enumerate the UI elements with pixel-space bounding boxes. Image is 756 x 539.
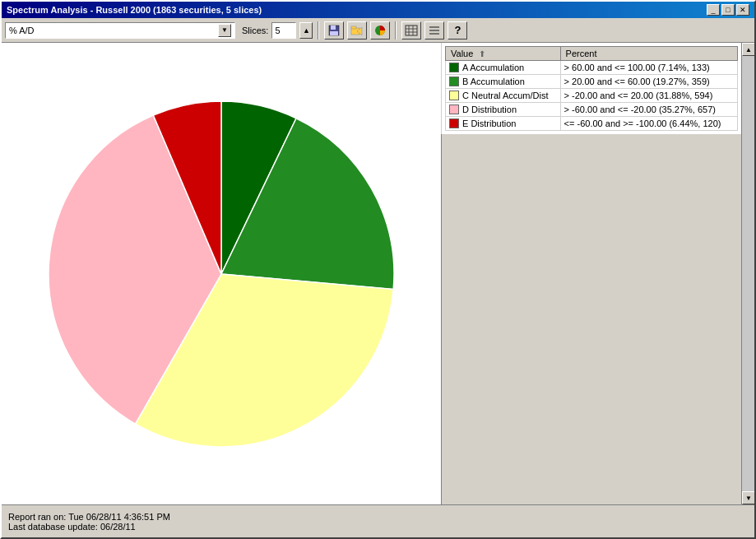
title-bar: Spectrum Analysis - Russell 2000 (1863 s… <box>2 2 754 18</box>
pie-chart-icon <box>373 24 387 37</box>
sort-icon: ⬆ <box>479 49 485 58</box>
list-icon <box>428 24 441 37</box>
legend-label-text: C Neutral Accum/Dist <box>462 91 549 100</box>
scroll-up-icon: ▲ <box>745 46 752 53</box>
window-title: Spectrum Analysis - Russell 2000 (1863 s… <box>7 5 262 15</box>
vertical-scrollbar: ▲ ▼ <box>741 43 754 504</box>
list-button[interactable] <box>424 21 444 39</box>
pie-chart <box>24 77 419 472</box>
legend-col-percent: Percent <box>560 47 737 61</box>
legend-color-swatch <box>449 91 459 100</box>
legend-row: A Accumulation > 60.00 and <= 100.00 (7.… <box>446 61 738 75</box>
last-update-label: Last database update: 06/28/11 <box>8 522 748 532</box>
legend-color-swatch <box>449 63 459 72</box>
legend-row: B Accumulation > 20.00 and <= 60.00 (19.… <box>446 75 738 89</box>
legend-label-text: E Distribution <box>462 118 516 128</box>
legend-col-value: Value ⬆ <box>446 47 561 61</box>
legend-label-text: D Distribution <box>462 105 517 114</box>
legend-row: C Neutral Accum/Dist > -20.00 and <= 20.… <box>446 89 738 103</box>
scroll-up-button[interactable]: ▲ <box>742 43 754 56</box>
legend-color-swatch <box>449 118 459 128</box>
open-button[interactable] <box>347 21 367 39</box>
toolbar: % A/D ▼ Slices: 5 ▲ <box>2 18 754 43</box>
toolbar-separator-1 <box>318 21 319 39</box>
svg-rect-4 <box>351 26 356 29</box>
table-button[interactable] <box>401 21 421 39</box>
status-bar: Report ran on: Tue 06/28/11 4:36:51 PM L… <box>2 504 754 537</box>
main-window: Spectrum Analysis - Russell 2000 (1863 s… <box>0 0 756 539</box>
title-bar-buttons: _ □ ✕ <box>707 4 749 16</box>
svg-rect-7 <box>406 26 417 35</box>
scroll-down-button[interactable]: ▼ <box>742 491 754 504</box>
pie-button[interactable] <box>370 21 390 39</box>
open-icon <box>350 24 364 37</box>
legend-label-text: B Accumulation <box>462 77 525 86</box>
slices-increment-button[interactable]: ▲ <box>299 22 313 39</box>
scroll-down-icon: ▼ <box>745 495 752 502</box>
maximize-button[interactable]: □ <box>721 4 735 16</box>
report-ran-label: Report ran on: Tue 06/28/11 4:36:51 PM <box>8 512 748 522</box>
increment-icon: ▲ <box>303 26 310 35</box>
save-button[interactable] <box>324 21 344 39</box>
legend-row-label: A Accumulation <box>446 61 561 75</box>
toolbar-separator-2 <box>395 21 397 39</box>
legend-row-description: > -60.00 and <= -20.00 (35.27%, 657) <box>560 103 737 117</box>
chevron-down-icon: ▼ <box>221 26 228 34</box>
legend-row-label: D Distribution <box>446 103 561 117</box>
legend-row-label: C Neutral Accum/Dist <box>446 89 561 103</box>
legend-row: D Distribution > -60.00 and <= -20.00 (3… <box>446 103 738 117</box>
svg-rect-1 <box>331 26 336 30</box>
legend-row-description: > -20.00 and <= 20.00 (31.88%, 594) <box>560 89 737 103</box>
slices-value: 5 <box>275 26 280 35</box>
legend-row-label: E Distribution <box>446 117 561 131</box>
indicator-dropdown[interactable]: % A/D ▼ <box>5 22 235 39</box>
legend-row-description: > 20.00 and <= 60.00 (19.27%, 359) <box>560 75 737 89</box>
slices-input[interactable]: 5 <box>271 22 296 39</box>
right-panel: Value ⬆ Percent A Accumulation > 60.00 a… <box>441 43 741 504</box>
save-icon <box>327 24 341 37</box>
legend-row-label: B Accumulation <box>446 75 561 89</box>
dropdown-arrow-btn[interactable]: ▼ <box>218 24 231 37</box>
svg-rect-2 <box>330 31 338 35</box>
legend-row: E Distribution <= -60.00 and >= -100.00 … <box>446 117 738 131</box>
chart-area <box>2 43 441 504</box>
main-content: Value ⬆ Percent A Accumulation > 60.00 a… <box>2 43 754 504</box>
legend-row-description: > 60.00 and <= 100.00 (7.14%, 133) <box>560 61 737 75</box>
close-icon: ✕ <box>740 6 746 14</box>
legend-label-text: A Accumulation <box>462 63 524 72</box>
help-icon: ? <box>454 24 461 36</box>
maximize-icon: □ <box>726 6 730 14</box>
minimize-button[interactable]: _ <box>707 4 720 16</box>
slices-label: Slices: <box>242 26 268 35</box>
scrollbar-container <box>441 134 741 504</box>
legend-area: Value ⬆ Percent A Accumulation > 60.00 a… <box>441 43 741 134</box>
scroll-track[interactable] <box>742 56 754 491</box>
minimize-icon: _ <box>711 6 715 14</box>
table-icon <box>405 24 418 37</box>
legend-color-swatch <box>449 105 459 114</box>
close-button[interactable]: ✕ <box>736 4 749 16</box>
legend-color-swatch <box>449 77 459 86</box>
dropdown-value: % A/D <box>9 26 35 35</box>
legend-table: Value ⬆ Percent A Accumulation > 60.00 a… <box>445 46 738 131</box>
help-button[interactable]: ? <box>448 21 467 39</box>
legend-row-description: <= -60.00 and >= -100.00 (6.44%, 120) <box>560 117 737 131</box>
